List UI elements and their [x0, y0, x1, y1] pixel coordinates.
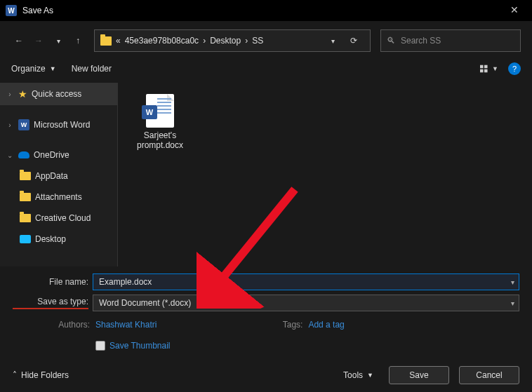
chevron-down-icon: ▼ [50, 65, 56, 72]
tools-button[interactable]: Tools ▼ [343, 370, 373, 380]
hide-folders-label: Hide Folders [21, 370, 69, 380]
chevron-right-icon: › [6, 90, 14, 98]
save-thumbnail-label: Save Thumbnail [109, 341, 171, 351]
file-list[interactable]: W Sarjeet's prompt.docx [118, 83, 532, 266]
word-icon: W [18, 119, 29, 130]
folder-icon [20, 193, 31, 201]
crumb-item[interactable]: Desktop [210, 36, 241, 46]
chevron-right-icon: › [245, 36, 248, 46]
sidebar-item-creative-cloud[interactable]: Creative Cloud [0, 208, 117, 229]
file-name-input[interactable]: Example.docx ▾ [93, 273, 519, 290]
crumb-item[interactable]: SS [252, 36, 263, 46]
recent-locations-button[interactable]: ▾ [51, 33, 66, 48]
breadcrumb-dropdown[interactable]: ▾ [327, 37, 339, 45]
chevron-down-icon[interactable]: ▾ [511, 299, 514, 307]
save-as-type-label: Save as type: [13, 297, 88, 309]
chevron-up-icon: ˄ [13, 370, 17, 380]
tree-label: Attachments [35, 192, 82, 202]
navigation-tree: › ★ Quick access › W Microsoft Word ⌄ On… [0, 83, 118, 266]
organize-button[interactable]: Organize ▼ [11, 64, 56, 74]
authors-label: Authors: [48, 320, 90, 330]
breadcrumb[interactable]: « 45e3ae978b08ca0c › Desktop › SS ▾ ⟳ [94, 29, 371, 52]
svg-rect-0 [480, 65, 484, 69]
sidebar-item-desktop[interactable]: Desktop [0, 229, 117, 250]
sidebar-item-attachments[interactable]: Attachments [0, 187, 117, 208]
authors-value[interactable]: Shashwat Khatri [95, 320, 157, 330]
refresh-button[interactable]: ⟳ [343, 36, 364, 46]
new-folder-button[interactable]: New folder [72, 64, 112, 74]
svg-rect-2 [480, 69, 484, 73]
chevron-right-icon: › [6, 121, 14, 129]
chevron-down-icon: ▼ [492, 65, 498, 72]
titlebar: W Save As ✕ [0, 0, 532, 21]
tags-label: Tags: [260, 320, 302, 330]
search-icon: 🔍︎ [387, 36, 395, 46]
file-name-label: File name: [13, 277, 88, 287]
desktop-icon [20, 235, 31, 243]
cancel-button[interactable]: Cancel [459, 366, 519, 384]
tree-label: Quick access [32, 89, 81, 99]
tree-label: Creative Cloud [35, 213, 91, 223]
tree-label: Microsoft Word [34, 120, 90, 130]
footer: ˄ Hide Folders Tools ▼ Save Cancel [0, 358, 532, 392]
folder-icon [20, 172, 31, 180]
save-as-type-value: Word Document (*.docx) [99, 298, 191, 308]
sidebar-item-microsoft-word[interactable]: › W Microsoft Word [0, 114, 117, 136]
sidebar-item-quick-access[interactable]: › ★ Quick access [0, 83, 117, 105]
chevron-down-icon[interactable]: ▾ [511, 278, 514, 286]
chevron-down-icon: ⌄ [6, 151, 14, 159]
save-button[interactable]: Save [389, 366, 449, 384]
search-placeholder: Search SS [401, 36, 441, 46]
save-form: File name: Example.docx ▾ Save as type: … [0, 266, 532, 358]
star-icon: ★ [18, 88, 27, 100]
chevron-down-icon: ▼ [367, 372, 373, 379]
nav-bar: ← → ▾ ↑ « 45e3ae978b08ca0c › Desktop › S… [0, 27, 532, 55]
file-name-value: Example.docx [99, 277, 152, 287]
onedrive-icon [18, 151, 29, 158]
help-button[interactable]: ? [508, 62, 521, 75]
tags-value[interactable]: Add a tag [308, 320, 344, 330]
back-button[interactable]: ← [11, 33, 27, 48]
view-options-button[interactable]: ▼ [480, 61, 498, 76]
forward-button[interactable]: → [31, 33, 46, 48]
tree-label: AppData [35, 171, 68, 181]
up-button[interactable]: ↑ [70, 33, 86, 48]
word-icon: W [142, 105, 157, 119]
main-area: › ★ Quick access › W Microsoft Word ⌄ On… [0, 83, 532, 266]
folder-icon [20, 214, 31, 222]
docx-thumbnail: W [146, 94, 174, 128]
window-title: Save As [22, 6, 53, 15]
save-thumbnail-checkbox[interactable] [95, 341, 105, 351]
svg-rect-3 [484, 69, 488, 73]
chevron-right-icon: › [203, 36, 206, 46]
sidebar-item-appdata[interactable]: AppData [0, 165, 117, 187]
save-as-type-select[interactable]: Word Document (*.docx) ▾ [93, 295, 519, 311]
crumb-item[interactable]: 45e3ae978b08ca0c [125, 36, 199, 46]
hide-folders-button[interactable]: ˄ Hide Folders [13, 370, 69, 380]
crumb-overflow[interactable]: « [116, 36, 121, 46]
search-input[interactable]: 🔍︎ Search SS [380, 29, 521, 52]
close-button[interactable]: ✕ [504, 4, 525, 15]
svg-rect-1 [484, 65, 488, 69]
tools-label: Tools [343, 370, 363, 380]
tree-label: OneDrive [34, 150, 69, 160]
tree-label: Desktop [35, 234, 66, 244]
sidebar-item-onedrive[interactable]: ⌄ OneDrive [0, 144, 117, 165]
file-name-label: Sarjeet's prompt.docx [129, 130, 191, 150]
folder-icon [100, 36, 112, 46]
app-icon: W [6, 5, 17, 16]
toolbar: Organize ▼ New folder ▼ ? [0, 55, 532, 83]
organize-label: Organize [11, 64, 46, 74]
file-item-docx[interactable]: W Sarjeet's prompt.docx [125, 90, 195, 154]
